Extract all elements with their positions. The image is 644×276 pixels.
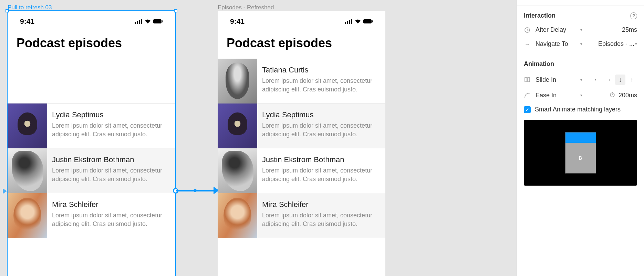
incoming-connection-arrow-icon: [3, 188, 7, 194]
action-row[interactable]: → Navigate To ▾ Episodes - ... ▾: [524, 40, 637, 48]
animation-section: Animation Slide In ▾ ← → ↓ ↑ Ease In ▾ 2…: [517, 54, 644, 192]
interaction-header: Interaction: [524, 12, 555, 19]
svg-rect-11: [372, 20, 373, 22]
arrow-right-icon: →: [524, 41, 531, 47]
pull-refresh-gap: [8, 59, 175, 103]
smart-animate-row[interactable]: ✓ Smart Animate matching layers: [524, 106, 637, 113]
episode-row: Lydia Septimus Lorem ipsum dolor sit ame…: [8, 103, 175, 148]
episode-row: Justin Ekstrom Bothman Lorem ipsum dolor…: [218, 148, 385, 193]
episode-name: Lydia Septimus: [262, 110, 381, 119]
frame-episodes-refreshed[interactable]: Episodes - Refreshed 9:41 Podcast episod…: [218, 11, 385, 276]
animation-header: Animation: [524, 60, 554, 68]
episode-row: Justin Ekstrom Bothman Lorem ipsum dolor…: [8, 148, 175, 193]
page-title: Podcast episodes: [8, 32, 175, 59]
interaction-section: Interaction ? After Delay ▾ 25ms → Navig…: [517, 6, 644, 54]
episode-row: Lydia Septimus Lorem ipsum dolor sit ame…: [218, 103, 385, 148]
preview-body: B: [565, 143, 596, 173]
prototype-connection-midpoint[interactable]: [194, 189, 197, 192]
chevron-down-icon: ▾: [635, 42, 637, 46]
status-time: 9:41: [20, 17, 34, 26]
animation-type-row[interactable]: Slide In ▾ ← → ↓ ↑: [524, 75, 637, 85]
easing-row[interactable]: Ease In ▾ 200ms: [524, 92, 637, 99]
chevron-down-icon: ▾: [580, 78, 582, 82]
battery-icon: [363, 17, 373, 26]
episode-row: Mira Schleifer Lorem ipsum dolor sit ame…: [8, 193, 175, 238]
animation-preview: B: [524, 120, 637, 186]
chevron-down-icon: ▾: [580, 93, 582, 98]
svg-rect-1: [137, 21, 138, 24]
svg-rect-5: [162, 20, 163, 22]
episode-desc: Lorem ipsum dolor sit amet, consectetur …: [52, 166, 170, 184]
status-bar: 9:41: [8, 11, 175, 32]
frame-pull-to-refresh[interactable]: Pull to refresh 03 9:41 Podcast episodes…: [8, 11, 175, 276]
avatar: [218, 193, 257, 238]
svg-rect-9: [351, 19, 352, 24]
svg-rect-8: [349, 20, 350, 24]
svg-rect-0: [135, 22, 136, 24]
svg-rect-13: [525, 78, 527, 82]
episode-name: Tatiana Curtis: [262, 66, 381, 75]
wifi-icon: [354, 17, 361, 26]
clock-icon: [524, 27, 531, 33]
direction-left-button[interactable]: ←: [592, 75, 602, 85]
frame-label-left[interactable]: Pull to refresh 03: [8, 4, 52, 11]
status-time: 9:41: [230, 17, 245, 26]
trigger-value[interactable]: 25ms: [622, 26, 637, 33]
episode-desc: Lorem ipsum dolor sit amet, consectetur …: [262, 211, 381, 228]
battery-icon: [153, 17, 163, 26]
avatar: [8, 193, 47, 238]
chevron-down-icon: ▾: [580, 42, 582, 46]
avatar: [8, 148, 47, 193]
direction-down-button[interactable]: ↓: [615, 75, 625, 85]
frame-label-right[interactable]: Episodes - Refreshed: [218, 4, 274, 11]
episode-desc: Lorem ipsum dolor sit amet, consectetur …: [52, 121, 170, 139]
episode-desc: Lorem ipsum dolor sit amet, consectetur …: [262, 121, 381, 139]
svg-rect-2: [139, 20, 140, 24]
episode-name: Lydia Septimus: [52, 110, 170, 119]
episode-name: Mira Schleifer: [262, 200, 381, 209]
slide-in-icon: [524, 77, 531, 82]
help-icon[interactable]: ?: [630, 12, 637, 19]
avatar: [218, 103, 257, 148]
svg-rect-7: [347, 21, 348, 24]
episode-name: Mira Schleifer: [52, 200, 170, 209]
status-bar: 9:41: [218, 11, 385, 32]
svg-rect-4: [153, 19, 162, 23]
avatar: [218, 59, 257, 103]
chevron-down-icon: ▾: [580, 28, 582, 32]
trigger-row[interactable]: After Delay ▾ 25ms: [524, 26, 637, 33]
direction-right-button[interactable]: →: [603, 75, 614, 85]
svg-rect-14: [528, 78, 530, 82]
episode-row: Tatiana Curtis Lorem ipsum dolor sit ame…: [218, 59, 385, 103]
episode-row: Mira Schleifer Lorem ipsum dolor sit ame…: [218, 193, 385, 238]
preview-header-bar: [565, 132, 596, 143]
wifi-icon: [144, 17, 151, 26]
direction-up-button[interactable]: ↑: [627, 75, 637, 85]
resize-handle-tr[interactable]: [174, 9, 177, 12]
page-title: Podcast episodes: [218, 32, 385, 59]
action-label: Navigate To: [536, 40, 577, 48]
smart-animate-checkbox[interactable]: ✓: [524, 106, 531, 113]
trigger-label: After Delay: [536, 26, 577, 33]
action-value[interactable]: Episodes - ...: [598, 40, 634, 48]
resize-handle-tl[interactable]: [6, 9, 9, 12]
avatar: [8, 103, 47, 148]
svg-rect-10: [363, 19, 372, 23]
properties-panel: Interaction ? After Delay ▾ 25ms → Navig…: [517, 0, 644, 276]
episode-desc: Lorem ipsum dolor sit amet, consectetur …: [262, 166, 381, 184]
easing-curve-icon: [524, 93, 531, 98]
episode-desc: Lorem ipsum dolor sit amet, consectetur …: [52, 211, 170, 228]
svg-rect-3: [141, 19, 142, 24]
easing-label: Ease In: [536, 92, 577, 99]
episode-name: Justin Ekstrom Bothman: [262, 155, 381, 164]
duration-value[interactable]: 200ms: [619, 92, 637, 99]
smart-animate-label: Smart Animate matching layers: [535, 106, 621, 113]
design-canvas[interactable]: Pull to refresh 03 9:41 Podcast episodes…: [0, 0, 517, 276]
signal-icon: [135, 17, 142, 26]
episode-name: Justin Ekstrom Bothman: [52, 155, 170, 164]
stopwatch-icon: [610, 92, 615, 99]
avatar: [218, 148, 257, 193]
signal-icon: [345, 17, 352, 26]
animation-type-label: Slide In: [536, 76, 577, 83]
episode-desc: Lorem ipsum dolor sit amet, consectetur …: [262, 77, 381, 94]
